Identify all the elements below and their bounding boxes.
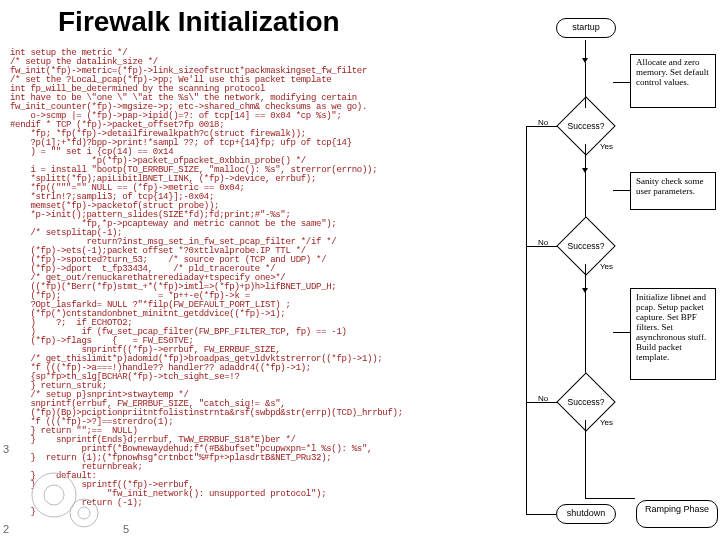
arrow xyxy=(526,402,558,403)
page-number-5: 5 xyxy=(123,523,129,535)
page-title: Firewalk Initialization xyxy=(58,6,340,38)
arrow xyxy=(526,514,556,515)
arrow xyxy=(526,246,558,247)
flow-note-sanity-text: Sanity check some user parameters. xyxy=(636,176,714,196)
svg-point-3 xyxy=(78,507,90,519)
arrow xyxy=(585,264,586,290)
flow-success-1: Success? xyxy=(558,108,614,144)
page-number-3: 3 xyxy=(3,443,9,455)
arrow xyxy=(526,126,558,127)
flow-shutdown: shutdown xyxy=(556,504,616,524)
arrow xyxy=(526,126,527,514)
code-block: int setup the metric */ /* setup the dat… xyxy=(10,49,530,517)
svg-point-1 xyxy=(44,485,64,505)
svg-point-2 xyxy=(70,499,98,527)
flow-success-3: Success? xyxy=(558,384,614,420)
arrow xyxy=(585,62,586,108)
connector xyxy=(613,332,630,333)
label-yes: Yes xyxy=(600,418,613,427)
watermark-gear-icon xyxy=(6,465,114,537)
flow-ramping: Ramping Phase xyxy=(636,500,718,528)
arrow xyxy=(585,498,635,499)
arrow xyxy=(585,144,586,170)
flow-note-init-text: Initialize libnet and pcap. Setup packet… xyxy=(636,292,714,362)
arrow xyxy=(585,292,586,382)
label-yes: Yes xyxy=(600,262,613,271)
svg-point-0 xyxy=(32,473,76,517)
flow-success-2: Success? xyxy=(558,228,614,264)
arrow xyxy=(585,40,586,60)
connector xyxy=(613,190,630,191)
arrow xyxy=(585,420,586,498)
label-yes: Yes xyxy=(600,142,613,151)
flow-note-alloc-text: Allocate and zero memory. Set default co… xyxy=(636,57,714,87)
flow-startup: startup xyxy=(556,18,616,38)
connector xyxy=(613,82,630,83)
